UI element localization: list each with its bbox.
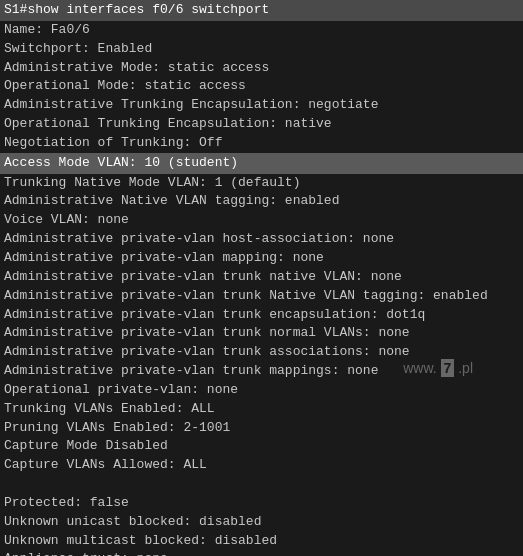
line-15: Administrative private-vlan trunk Native… (0, 287, 523, 306)
line-24: Capture VLANs Allowed: ALL (0, 456, 523, 475)
line-23: Capture Mode Disabled (0, 437, 523, 456)
line-14: Administrative private-vlan trunk native… (0, 268, 523, 287)
line-3: Administrative Mode: static access (0, 59, 523, 78)
terminal-window: S1#show interfaces f0/6 switchport Name:… (0, 0, 523, 556)
line-9: Trunking Native Mode VLAN: 1 (default) (0, 174, 523, 193)
line-1: Name: Fa0/6 (0, 21, 523, 40)
line-20: Operational private-vlan: none (0, 381, 523, 400)
line-5: Administrative Trunking Encapsulation: n… (0, 96, 523, 115)
line-7: Negotiation of Trunking: Off (0, 134, 523, 153)
line-16: Administrative private-vlan trunk encaps… (0, 306, 523, 325)
line-29: Appliance trust: none (0, 550, 523, 556)
vlan-line: Access Mode VLAN: 10 (student) (0, 153, 523, 174)
line-26: Protected: false (0, 494, 523, 513)
line-27: Unknown unicast blocked: disabled (0, 513, 523, 532)
command-header: S1#show interfaces f0/6 switchport (0, 0, 523, 21)
line-21: Trunking VLANs Enabled: ALL (0, 400, 523, 419)
line-12: Administrative private-vlan host-associa… (0, 230, 523, 249)
line-6: Operational Trunking Encapsulation: nati… (0, 115, 523, 134)
watermark: www. 7 .pl (403, 360, 473, 376)
line-10: Administrative Native VLAN tagging: enab… (0, 192, 523, 211)
line-22: Pruning VLANs Enabled: 2-1001 (0, 419, 523, 438)
line-17: Administrative private-vlan trunk normal… (0, 324, 523, 343)
line-11: Voice VLAN: none (0, 211, 523, 230)
empty-line (0, 475, 523, 494)
line-28: Unknown multicast blocked: disabled (0, 532, 523, 551)
line-13: Administrative private-vlan mapping: non… (0, 249, 523, 268)
line-2: Switchport: Enabled (0, 40, 523, 59)
line-4: Operational Mode: static access (0, 77, 523, 96)
